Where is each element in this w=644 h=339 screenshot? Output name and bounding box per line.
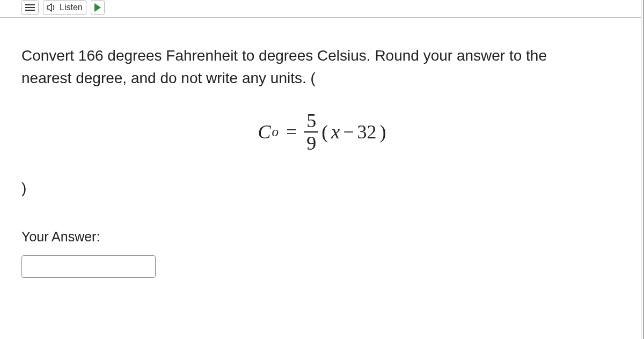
formula-lhs-var: C — [258, 121, 270, 143]
formula-minus: − — [343, 121, 354, 143]
toolbar: Listen — [0, 0, 644, 18]
play-icon — [94, 3, 101, 12]
question-text: Convert 166 degrees Fahrenheit to degree… — [21, 45, 623, 90]
formula-const: 32 — [357, 121, 377, 143]
answer-input[interactable] — [21, 255, 156, 278]
closing-paren: ) — [21, 180, 623, 197]
formula-close-paren: ) — [380, 121, 386, 143]
right-border — [641, 0, 644, 339]
question-content: Convert 166 degrees Fahrenheit to degree… — [0, 18, 644, 278]
question-line-1: Convert 166 degrees Fahrenheit to degree… — [21, 47, 547, 64]
formula-eq: = — [286, 121, 297, 143]
play-button[interactable] — [91, 0, 105, 15]
formula-denominator: 9 — [304, 134, 318, 153]
formula-var-x: x — [331, 121, 340, 143]
formula-lhs-sup: o — [272, 124, 279, 139]
speaker-icon — [47, 3, 56, 12]
menu-button[interactable] — [21, 0, 39, 15]
question-line-2: nearest degree, and do not write any uni… — [21, 67, 623, 90]
hamburger-icon — [25, 4, 35, 11]
formula-open-paren: ( — [321, 121, 328, 143]
answer-label: Your Answer: — [21, 229, 623, 245]
listen-button[interactable]: Listen — [43, 0, 86, 15]
listen-label: Listen — [60, 3, 83, 12]
formula: Co = 5 9 (x − 32) — [21, 111, 623, 153]
formula-fraction: 5 9 — [304, 111, 318, 153]
formula-numerator: 5 — [304, 111, 318, 130]
